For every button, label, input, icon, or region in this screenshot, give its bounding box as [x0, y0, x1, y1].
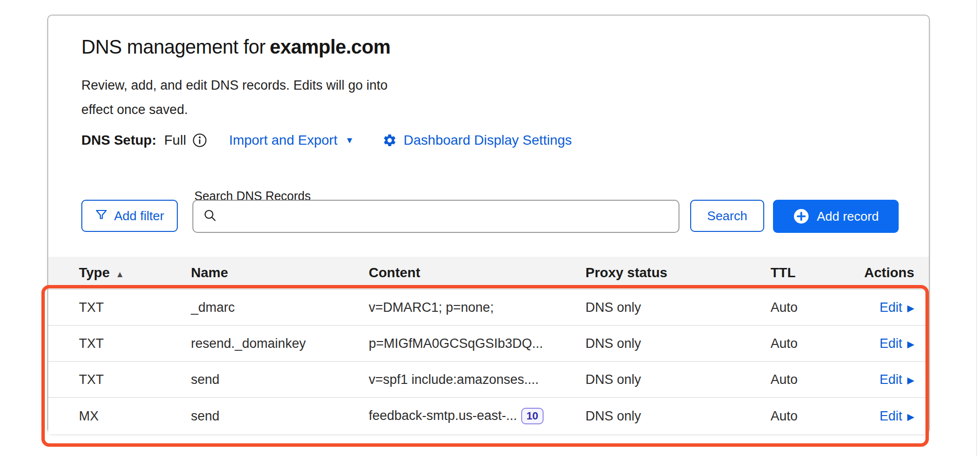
add-filter-label: Add filter [114, 209, 164, 224]
chevron-right-icon: ▶ [907, 303, 914, 314]
cell-proxy-status: DNS only [585, 409, 771, 424]
plus-circle-icon [793, 208, 810, 225]
page-description: Review, add, and edit DNS records. Edits… [81, 73, 393, 122]
gear-icon [382, 133, 397, 148]
cell-content: p=MIGfMA0GCSqGSIb3DQ... [369, 336, 585, 351]
cell-name: resend._domainkey [191, 336, 369, 351]
edit-label: Edit [880, 409, 903, 424]
chevron-right-icon: ▶ [907, 411, 914, 422]
edit-record-link[interactable]: Edit▶ [880, 409, 914, 424]
cell-ttl: Auto [771, 336, 863, 351]
cell-content-text: feedback-smtp.us-east-... [369, 408, 517, 423]
chevron-right-icon: ▶ [907, 375, 914, 386]
column-header-content: Content [369, 265, 585, 281]
dns-setup-label: DNS Setup: [81, 133, 156, 148]
dns-setup-value: Full [164, 133, 186, 148]
cell-name: send [191, 409, 369, 424]
table-row: TXT _dmarc v=DMARC1; p=none; DNS only Au… [48, 290, 929, 326]
add-record-label: Add record [817, 209, 879, 224]
cell-content: v=DMARC1; p=none; [369, 300, 585, 315]
cell-content: feedback-smtp.us-east-... 10 [369, 408, 585, 424]
viewport-edge-divider [976, 0, 977, 456]
search-input[interactable] [224, 209, 678, 224]
cell-type: TXT [79, 300, 191, 315]
search-button[interactable]: Search [690, 200, 764, 232]
edit-record-link[interactable]: Edit▶ [880, 300, 914, 315]
import-export-label: Import and Export [229, 133, 338, 148]
add-filter-button[interactable]: Add filter [81, 200, 178, 232]
cell-name: _dmarc [191, 300, 369, 315]
cell-content: v=spf1 include:amazonses.... [369, 372, 585, 387]
table-row: TXT resend._domainkey p=MIGfMA0GCSqGSIb3… [48, 326, 929, 362]
chevron-right-icon: ▶ [907, 339, 914, 350]
add-record-button[interactable]: Add record [773, 200, 899, 233]
cell-name: send [191, 372, 369, 387]
filter-icon [95, 208, 108, 224]
page-title-domain: example.com [270, 36, 391, 57]
column-header-actions: Actions [863, 265, 914, 281]
dashboard-display-settings-link[interactable]: Dashboard Display Settings [382, 133, 572, 148]
table-row: MX send feedback-smtp.us-east-... 10 DNS… [48, 398, 929, 434]
cell-ttl: Auto [771, 372, 863, 387]
dns-records-table: Type▲ Name Content Proxy status TTL Acti… [48, 257, 929, 434]
search-box [192, 200, 679, 233]
cell-type: TXT [79, 372, 191, 387]
cell-proxy-status: DNS only [585, 372, 771, 387]
cell-type: TXT [79, 336, 191, 351]
edit-label: Edit [880, 336, 903, 351]
column-header-proxy-status: Proxy status [585, 265, 771, 281]
cell-ttl: Auto [771, 300, 863, 315]
sort-ascending-icon: ▲ [115, 269, 124, 279]
edit-record-link[interactable]: Edit▶ [880, 372, 914, 387]
cell-ttl: Auto [771, 409, 863, 424]
table-row: TXT send v=spf1 include:amazonses.... DN… [48, 362, 929, 398]
column-header-ttl: TTL [771, 265, 863, 281]
search-icon [203, 209, 217, 224]
table-header-row: Type▲ Name Content Proxy status TTL Acti… [48, 257, 929, 290]
cell-proxy-status: DNS only [585, 336, 771, 351]
dns-management-panel: DNS management forexample.com Review, ad… [47, 15, 930, 434]
chevron-down-icon: ▼ [345, 135, 354, 146]
search-button-label: Search [707, 209, 747, 224]
column-header-name: Name [191, 265, 369, 281]
column-header-type[interactable]: Type▲ [79, 265, 191, 281]
edit-label: Edit [880, 300, 903, 315]
column-header-type-label: Type [79, 265, 110, 280]
edit-record-link[interactable]: Edit▶ [880, 336, 914, 351]
priority-badge: 10 [521, 408, 544, 424]
info-icon[interactable] [192, 133, 207, 148]
cell-proxy-status: DNS only [585, 300, 771, 315]
edit-label: Edit [880, 372, 903, 387]
cell-type: MX [79, 409, 191, 424]
import-export-link[interactable]: Import and Export ▼ [229, 133, 354, 148]
page-title: DNS management forexample.com [81, 36, 391, 58]
dashboard-display-settings-label: Dashboard Display Settings [404, 133, 572, 148]
dns-setup-row: DNS Setup: Full Import and Export ▼ Dash… [81, 133, 572, 148]
page-title-prefix: DNS management for [81, 36, 270, 57]
